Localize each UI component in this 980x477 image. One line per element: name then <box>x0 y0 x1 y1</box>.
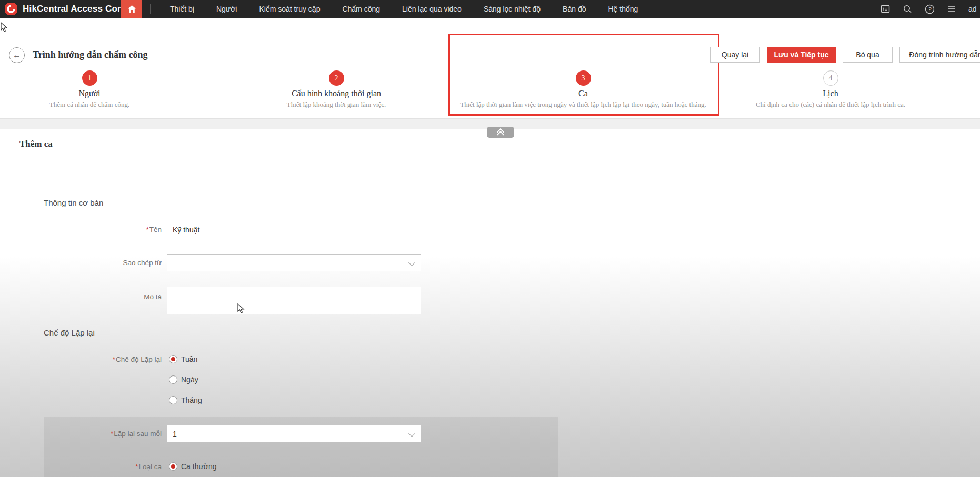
radio-unchecked-icon <box>169 396 177 404</box>
repeat-every-select[interactable]: 1 <box>167 425 421 442</box>
panel-title: Thêm ca <box>19 139 53 149</box>
nav-item-video-intercom[interactable]: Liên lạc qua video <box>391 0 473 18</box>
step-1-badge: 1 <box>82 70 97 86</box>
skip-button[interactable]: Bỏ qua <box>843 47 893 63</box>
radio-option-day[interactable]: Ngày <box>169 375 198 384</box>
top-navigation-bar: HikCentral Access Control Thiết bị Người… <box>0 0 980 18</box>
radio-option-normal-shift[interactable]: Ca thường <box>169 462 217 471</box>
step-3-badge: 3 <box>576 70 591 86</box>
wizard-step-4: 4 Lịch Chỉ định ca cho (các) cá nhân để … <box>725 70 936 109</box>
nav-item-system[interactable]: Hệ thống <box>597 0 649 18</box>
user-account-label[interactable]: ad <box>968 5 980 13</box>
hikcentral-logo-icon <box>4 2 18 16</box>
radio-checked-icon <box>169 462 177 471</box>
wizard-step-2: 2 Cấu hình khoảng thời gian Thiết lập kh… <box>244 70 428 109</box>
calendar-icon[interactable] <box>880 4 891 14</box>
hamburger-icon[interactable] <box>946 4 957 14</box>
step-2-label: Cấu hình khoảng thời gian <box>244 89 428 98</box>
step-1-description: Thêm cá nhân để chấm công. <box>11 100 168 109</box>
help-icon[interactable]: ? <box>924 4 935 14</box>
wizard-step-1: 1 Người Thêm cá nhân để chấm công. <box>11 70 168 109</box>
radio-label-month: Tháng <box>181 396 202 404</box>
radio-option-month[interactable]: Tháng <box>169 396 202 404</box>
section-basic-info: Thông tin cơ bản <box>44 198 103 207</box>
nav-item-attendance[interactable]: Chấm công <box>331 0 391 18</box>
wizard-title: Trình hướng dẫn chấm công <box>33 49 148 60</box>
back-step-button[interactable]: Quay lại <box>710 47 760 63</box>
collapse-wizard-tab[interactable] <box>487 127 514 138</box>
step-3-description: Thiết lập thời gian làm việc trong ngày … <box>457 100 709 109</box>
home-icon <box>127 5 136 13</box>
svg-text:?: ? <box>927 5 932 12</box>
radio-label-day: Ngày <box>181 375 198 384</box>
nav-item-person[interactable]: Người <box>205 0 248 18</box>
step-2-description: Thiết lập khoảng thời gian làm việc. <box>244 100 428 109</box>
close-wizard-button[interactable]: Đóng trình hướng dẫn <box>899 47 980 63</box>
description-field-label: Mô tả <box>21 293 162 301</box>
step-3-label: Ca <box>457 89 709 98</box>
chevron-down-icon <box>408 430 415 437</box>
step-1-label: Người <box>11 89 168 98</box>
arrow-left-icon: ← <box>13 50 21 60</box>
repeat-mode-field-label: *Chế độ Lặp lại <box>21 356 162 363</box>
step-2-badge: 2 <box>329 70 344 86</box>
search-icon[interactable] <box>902 4 913 14</box>
shift-type-field-label: *Loại ca <box>21 463 162 471</box>
copy-from-select[interactable] <box>167 254 421 271</box>
wizard-header: ← Trình hướng dẫn chấm công Quay lại Lưu… <box>0 18 980 118</box>
step-4-badge: 4 <box>823 70 838 86</box>
step-4-description: Chỉ định ca cho (các) cá nhân để thiết l… <box>725 100 936 109</box>
name-field-label: *Tên <box>21 226 162 234</box>
nav-item-map[interactable]: Bản đồ <box>552 0 597 18</box>
description-textarea[interactable] <box>167 287 421 314</box>
radio-unchecked-icon <box>169 375 177 384</box>
nav-item-devices[interactable]: Thiết bị <box>159 0 205 18</box>
chevron-down-icon <box>408 259 415 266</box>
repeat-every-value: 1 <box>173 430 177 438</box>
section-repeat-mode: Chế độ Lặp lại <box>44 328 95 337</box>
nav-item-temperature[interactable]: Sàng lọc nhiệt độ <box>473 0 552 18</box>
save-continue-button[interactable]: Lưu và Tiếp tục <box>767 47 836 63</box>
app-title: HikCentral Access Control <box>23 4 138 14</box>
copy-from-field-label: Sao chép từ <box>21 259 162 267</box>
radio-option-week[interactable]: Tuần <box>169 355 197 363</box>
step-4-label: Lịch <box>725 89 936 98</box>
back-button[interactable]: ← <box>9 47 25 63</box>
radio-label-week: Tuần <box>181 355 197 363</box>
main-menu: Thiết bị Người Kiểm soát truy cập Chấm c… <box>159 0 649 18</box>
topbar-icons: ? ad <box>880 0 980 18</box>
wizard-step-3: 3 Ca Thiết lập thời gian làm việc trong … <box>457 70 709 109</box>
home-button[interactable] <box>121 0 142 18</box>
panel-body: Thông tin cơ bản *Tên Sao chép từ Mô tả … <box>0 161 980 477</box>
nav-divider <box>150 4 151 14</box>
radio-label-normal-shift: Ca thường <box>181 462 217 471</box>
name-input[interactable] <box>167 221 421 238</box>
radio-checked-icon <box>169 355 177 363</box>
nav-item-access-control[interactable]: Kiểm soát truy cập <box>248 0 331 18</box>
repeat-every-field-label: *Lặp lại sau mỗi <box>21 430 162 438</box>
required-mark: * <box>146 226 148 234</box>
logo-wrap: HikCentral Access Control <box>0 2 138 16</box>
